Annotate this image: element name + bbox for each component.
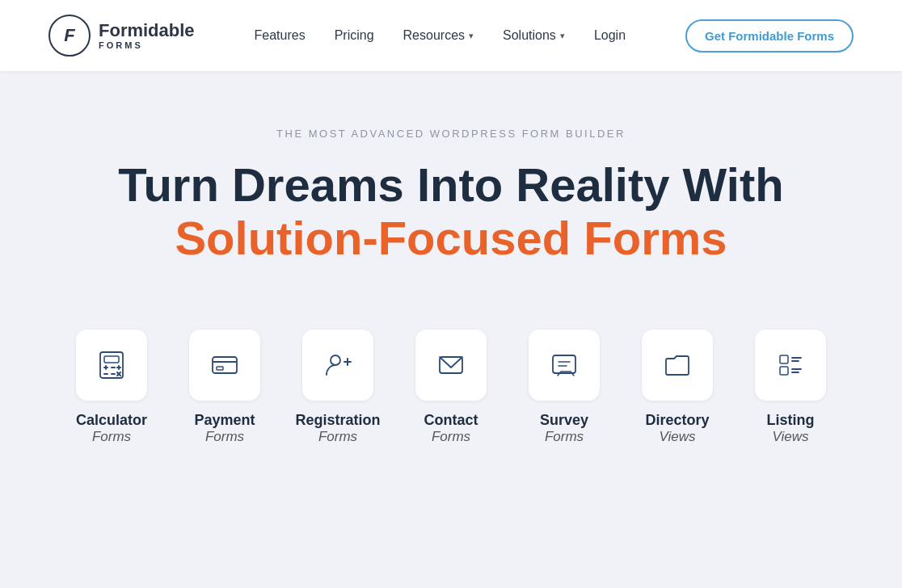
nav-login[interactable]: Login xyxy=(594,28,626,43)
nav-pricing[interactable]: Pricing xyxy=(335,28,374,43)
directory-label-italic: Views xyxy=(659,429,695,445)
logo-letter: F xyxy=(64,25,74,46)
contact-icon-box xyxy=(415,330,487,401)
feature-payment[interactable]: Payment Forms xyxy=(168,330,281,446)
hero-line2: Solution-Focused Forms xyxy=(175,212,727,264)
svg-rect-11 xyxy=(213,357,237,373)
logo-sub: FORMS xyxy=(99,40,195,50)
chevron-down-icon: ▾ xyxy=(469,31,474,41)
payment-icon-box xyxy=(189,330,260,401)
listing-icon xyxy=(774,349,807,381)
payment-label-italic: Forms xyxy=(205,429,244,445)
logo[interactable]: F Formidable FORMS xyxy=(48,15,195,57)
listing-icon-box xyxy=(755,330,826,401)
hero-eyebrow: THE MOST ADVANCED WORDPRESS FORM BUILDER xyxy=(48,128,854,140)
logo-circle: F xyxy=(48,15,91,57)
svg-point-14 xyxy=(331,355,340,365)
feature-survey[interactable]: Survey Forms xyxy=(508,330,621,446)
feature-calculator[interactable]: Calculator Forms xyxy=(55,330,168,446)
nav-resources[interactable]: Resources ▾ xyxy=(403,28,474,43)
main-nav: Features Pricing Resources ▾ Solutions ▾… xyxy=(255,28,626,43)
feature-registration[interactable]: Registration Forms xyxy=(281,330,394,446)
feature-directory[interactable]: Directory Views xyxy=(621,330,734,446)
svg-rect-13 xyxy=(217,367,223,370)
payment-label-bold: Payment xyxy=(194,412,255,430)
svg-rect-1 xyxy=(104,356,119,363)
calculator-icon xyxy=(95,349,128,381)
cta-button[interactable]: Get Formidable Forms xyxy=(685,19,854,52)
features-row: Calculator Forms Payment Forms Registrat… xyxy=(0,305,902,462)
nav-features[interactable]: Features xyxy=(255,28,306,43)
survey-label-italic: Forms xyxy=(545,429,584,445)
directory-icon xyxy=(661,349,693,381)
calculator-label-italic: Forms xyxy=(92,429,131,445)
hero-heading: Turn Dreams Into Reality With Solution-F… xyxy=(48,159,854,265)
nav-solutions[interactable]: Solutions ▾ xyxy=(503,28,565,43)
contact-label-italic: Forms xyxy=(432,429,470,445)
registration-label-bold: Registration xyxy=(295,412,380,430)
calculator-label-bold: Calculator xyxy=(76,412,147,430)
feature-listing[interactable]: Listing Views xyxy=(734,330,847,446)
survey-icon xyxy=(548,349,580,381)
logo-text: Formidable FORMS xyxy=(99,21,195,50)
logo-brand: Formidable xyxy=(99,21,195,40)
registration-icon-box xyxy=(302,330,373,401)
payment-icon xyxy=(209,349,241,381)
directory-icon-box xyxy=(642,330,713,401)
registration-label-italic: Forms xyxy=(318,429,357,445)
listing-label-bold: Listing xyxy=(767,412,815,430)
header: F Formidable FORMS Features Pricing Reso… xyxy=(0,0,902,71)
svg-rect-22 xyxy=(780,367,788,375)
directory-label-bold: Directory xyxy=(645,412,709,430)
svg-rect-18 xyxy=(553,355,575,373)
survey-icon-box xyxy=(529,330,600,401)
hero-line1: Turn Dreams Into Reality With xyxy=(118,158,783,211)
contact-icon xyxy=(435,349,467,381)
survey-label-bold: Survey xyxy=(540,412,588,430)
contact-label-bold: Contact xyxy=(424,412,478,430)
hero-section: THE MOST ADVANCED WORDPRESS FORM BUILDER… xyxy=(0,71,902,305)
listing-label-italic: Views xyxy=(772,429,808,445)
chevron-down-icon: ▾ xyxy=(560,31,565,41)
calculator-icon-box xyxy=(76,330,147,401)
svg-rect-21 xyxy=(780,355,788,363)
feature-contact[interactable]: Contact Forms xyxy=(394,330,508,446)
registration-icon xyxy=(322,349,354,381)
